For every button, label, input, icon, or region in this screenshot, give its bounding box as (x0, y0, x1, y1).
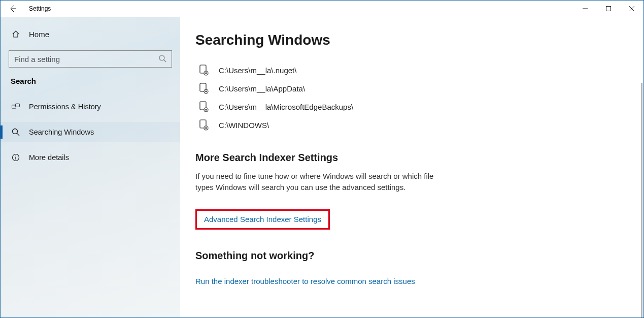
body: Home Search Permissions & History Se (1, 17, 643, 317)
page-title: Searching Windows (195, 32, 631, 48)
troubleshoot-heading: Something not working? (195, 250, 631, 262)
find-setting-box[interactable] (9, 50, 172, 68)
arrow-left-icon (9, 5, 17, 13)
sidebar-item-label: Searching Windows (29, 128, 94, 136)
minimize-icon (583, 6, 588, 11)
home-icon (12, 30, 20, 38)
sidebar-item-label: More details (29, 153, 69, 162)
svg-line-5 (164, 60, 166, 62)
indexer-description: If you need to fine tune how or where Wi… (195, 171, 449, 193)
folder-add-icon (199, 101, 209, 112)
indexer-heading: More Search Indexer Settings (195, 152, 631, 164)
svg-point-11 (15, 155, 16, 156)
excluded-folders-list: C:\Users\m__la\.nuget\ C:\Users\m__la\Ap… (195, 65, 631, 131)
back-button[interactable] (1, 1, 25, 17)
excluded-folder-path: C:\Users\m__la\MicrosoftEdgeBackups\ (219, 103, 353, 111)
magnifier-icon (12, 128, 20, 136)
sidebar: Home Search Permissions & History Se (1, 17, 180, 317)
home-label: Home (29, 30, 49, 39)
category-heading: Search (1, 77, 180, 85)
svg-point-8 (13, 129, 18, 134)
settings-window: Settings Home (0, 0, 644, 318)
maximize-icon (606, 6, 611, 11)
excluded-folder-row[interactable]: C:\Users\m__la\.nuget\ (195, 65, 631, 76)
advanced-indexer-link[interactable]: Advanced Search Indexer Settings (204, 215, 321, 224)
maximize-button[interactable] (597, 1, 620, 17)
window-controls (573, 1, 643, 17)
excluded-folder-row[interactable]: C:\Users\m__la\MicrosoftEdgeBackups\ (195, 101, 631, 112)
app-title: Settings (25, 5, 51, 12)
info-icon (12, 153, 20, 162)
folder-add-icon (199, 83, 209, 94)
excluded-folder-path: C:\WINDOWS\ (219, 121, 269, 130)
folder-add-icon (199, 119, 209, 131)
excluded-folder-path: C:\Users\m__la\.nuget\ (219, 66, 296, 75)
sidebar-item-more-details[interactable]: More details (1, 147, 180, 168)
troubleshoot-link[interactable]: Run the indexer troubleshooter to resolv… (195, 277, 415, 285)
excluded-folder-path: C:\Users\m__la\AppData\ (219, 84, 305, 93)
find-setting-input[interactable] (14, 55, 158, 63)
permissions-icon (12, 103, 20, 111)
scrollbar[interactable] (641, 83, 642, 317)
excluded-folder-row[interactable]: C:\Users\m__la\AppData\ (195, 83, 631, 94)
close-button[interactable] (620, 1, 643, 17)
svg-line-9 (17, 134, 20, 136)
excluded-folder-row[interactable]: C:\WINDOWS\ (195, 119, 631, 131)
titlebar: Settings (1, 1, 643, 17)
sidebar-item-permissions[interactable]: Permissions & History (1, 97, 180, 117)
sidebar-item-label: Permissions & History (29, 103, 101, 111)
search-icon (158, 54, 167, 63)
minimize-button[interactable] (573, 1, 597, 17)
close-icon (629, 6, 634, 11)
content-area: Searching Windows C:\Users\m__la\.nuget\… (180, 17, 643, 317)
folder-add-icon (199, 65, 209, 76)
sidebar-item-searching-windows[interactable]: Searching Windows (1, 122, 180, 142)
svg-rect-1 (606, 7, 611, 11)
svg-point-4 (159, 55, 164, 60)
home-nav[interactable]: Home (1, 24, 180, 44)
highlighted-link-box: Advanced Search Indexer Settings (195, 209, 330, 230)
